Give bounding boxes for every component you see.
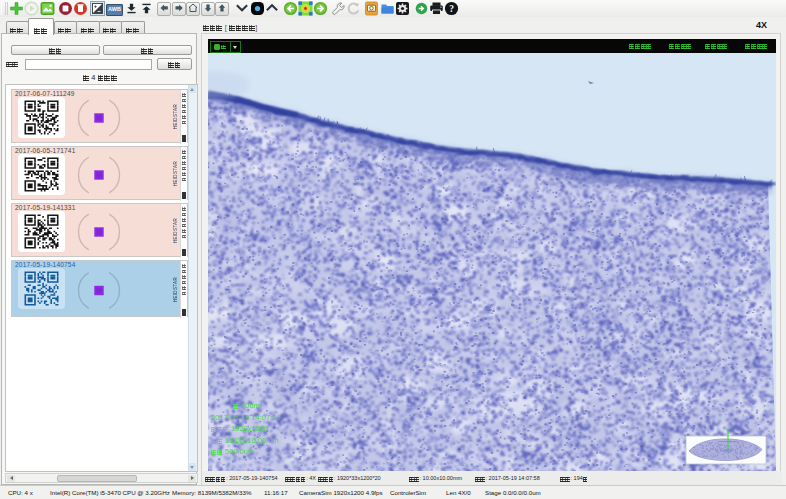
svg-text:?: ? [449, 4, 454, 14]
